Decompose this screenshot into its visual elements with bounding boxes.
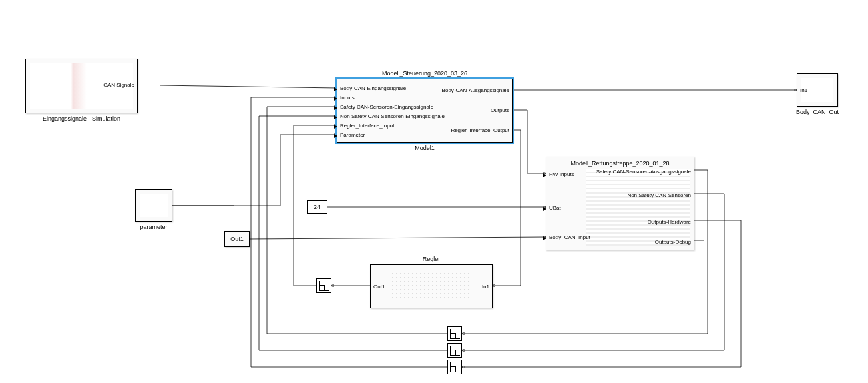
model2-out-4: Outputs-Debug	[655, 239, 691, 245]
block-eingangssignale-simulation[interactable]: CAN Signale Eingangssignale - Simulation	[25, 59, 138, 113]
regler-title: Regler	[423, 256, 441, 262]
model2-in-1: HW-Inputs	[549, 171, 574, 177]
memory-block-regler[interactable]	[316, 278, 331, 293]
out1-label: Out1	[230, 236, 244, 242]
model1-in-4: Non Safety CAN-Sensoren-Eingangssignale	[340, 113, 445, 119]
model1-label: Model1	[415, 145, 435, 151]
regler-in-port: In1	[482, 284, 489, 290]
block-constant-24[interactable]: 24	[307, 200, 327, 214]
block-model1[interactable]: Modell_Steuerung_2020_03_26 Model1 Body-…	[337, 79, 513, 143]
block-parameter[interactable]: parameter	[135, 189, 172, 222]
memory-block-3[interactable]	[447, 360, 462, 374]
model2-in-2: UBat	[549, 205, 561, 211]
model2-out-3: Outputs-Hardware	[648, 219, 691, 225]
block-label: Body_CAN_Out	[796, 109, 839, 115]
thumbnail-preview	[586, 169, 690, 246]
svg-line-0	[160, 85, 337, 88]
model2-in-3: Body_CAN_Input	[549, 234, 590, 240]
model1-out-3: Regler_Interface_Output	[451, 127, 509, 133]
model1-in-1: Body-CAN-Eingangssignale	[340, 85, 406, 91]
bodycanout-in-port: In1	[800, 87, 807, 93]
model1-in-2: Inputs	[340, 95, 355, 101]
model2-title: Modell_Rettungstreppe_2020_01_28	[570, 160, 669, 167]
model2-out-1: Safety CAN-Sensoren-Ausgangssignale	[596, 169, 691, 175]
model1-title: Modell_Steuerung_2020_03_26	[382, 70, 467, 77]
signal-lines	[0, 0, 868, 383]
model1-in-3: Safety CAN-Sensoren-Eingangssignale	[340, 104, 433, 110]
memory-block-1[interactable]	[447, 326, 462, 341]
memory-block-2[interactable]	[447, 343, 462, 358]
model2-out-2: Non Safety CAN-Sensoren	[627, 192, 691, 198]
model1-in-6: Parameter	[340, 132, 365, 138]
block-label: Eingangssignale - Simulation	[43, 115, 120, 122]
model1-out-2: Outputs	[491, 107, 509, 113]
thumbnail-preview	[140, 194, 168, 217]
thumbnail-preview	[391, 272, 472, 301]
block-model2-rettungstreppe[interactable]: Modell_Rettungstreppe_2020_01_28 HW-Inpu…	[546, 157, 694, 250]
memory-icon	[450, 346, 460, 356]
model1-out-1: Body-CAN-Ausgangssignale	[442, 87, 509, 93]
regler-out-port: Out1	[373, 284, 385, 290]
block-out1-tag[interactable]: Out1	[224, 231, 250, 247]
out-port-can-signale: CAN Signale	[103, 82, 134, 88]
constant-value: 24	[314, 204, 320, 210]
block-body-can-out[interactable]: In1 Body_CAN_Out	[797, 73, 838, 107]
memory-icon	[450, 329, 460, 339]
memory-icon	[450, 362, 460, 372]
block-regler[interactable]: Regler Out1 In1	[370, 264, 493, 308]
block-label: parameter	[140, 224, 167, 230]
model1-in-5: Regler_Interface_Input	[340, 123, 394, 129]
memory-icon	[319, 281, 329, 291]
